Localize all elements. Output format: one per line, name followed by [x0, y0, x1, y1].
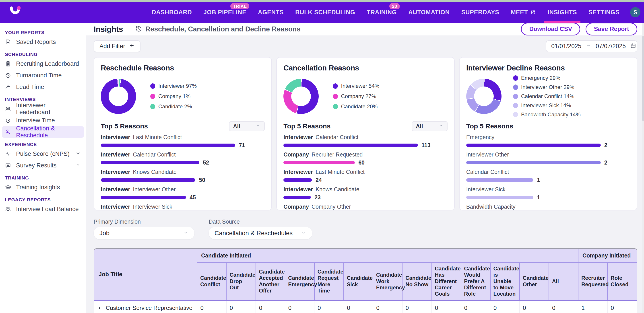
nav-item-superdays[interactable]: SUPERDAYS — [461, 2, 499, 23]
legend-item: Interviewer Other 29% — [513, 84, 581, 90]
nav-item-dashboard[interactable]: DASHBOARD — [152, 2, 192, 23]
chevron-down-icon-slot — [183, 230, 189, 237]
legend-dot-icon — [333, 94, 338, 99]
goodtime-logo[interactable] — [8, 5, 22, 20]
browser-strip — [0, 0, 644, 2]
bar — [466, 196, 534, 199]
top5-bar-row: Bandwidth Capacity1 — [466, 204, 630, 210]
sidebar-item-saved-reports[interactable]: Saved Reports — [2, 36, 84, 48]
primary-dimension-select[interactable]: Job — [94, 227, 194, 240]
bar-value: 23 — [314, 194, 321, 201]
chevron-down-icon — [438, 123, 444, 128]
nav-item-label: INSIGHTS — [548, 9, 577, 16]
value-cell: 0 — [256, 300, 285, 313]
top5-bar-row: Interviewer Sick1 — [466, 186, 630, 201]
pulse-icon — [5, 151, 11, 157]
sidebar-item-interview-load-balance[interactable]: Interview Load Balance — [2, 203, 84, 215]
date-start: 01/01/2025 — [551, 43, 581, 50]
top5-bar-row: CompanyRecruiter Requested60 — [284, 151, 447, 166]
chevron-down-icon — [75, 150, 81, 156]
legend-label: Company 27% — [341, 93, 376, 100]
sidebar-item-interview-time[interactable]: Interview Time — [2, 114, 84, 126]
sidebar-item-label: Training Insights — [16, 184, 60, 191]
bar — [466, 161, 601, 164]
primary-dimension-label: Primary Dimension — [94, 218, 194, 225]
column-header-all: All — [549, 262, 578, 300]
sidebar-item-survey-results[interactable]: Survey Results — [2, 160, 84, 171]
grad-cap-icon — [5, 184, 11, 190]
sidebar-item-training-insights[interactable]: Training Insights — [2, 182, 84, 193]
save-report-button[interactable]: Save Report — [586, 23, 637, 36]
nav-item-training[interactable]: TRAINING20 — [366, 2, 397, 23]
header-divider — [129, 24, 129, 34]
chevron-down-icon — [255, 123, 261, 128]
person-x-icon — [5, 129, 11, 135]
top5-bar-row: InterviewerInterviewer Sick25 — [101, 204, 265, 210]
bar-label: Interviewer Other — [466, 151, 630, 158]
sidebar-item-label: Cancellation & Reschedule — [16, 125, 81, 139]
legend-item: Company 27% — [333, 93, 379, 100]
legend-item: Candidate 2% — [150, 104, 197, 110]
value-cell: 0 — [490, 300, 520, 313]
donut-hole — [291, 86, 311, 106]
report-history-icon — [135, 25, 142, 33]
column-header-candidate-other: Candidate Other — [520, 262, 549, 300]
row-expand-button[interactable] — [97, 306, 102, 310]
top5-bar-row: InterviewerCalendar Conflict52 — [101, 151, 265, 166]
sidebar-item-interviewer-leaderboard[interactable]: Interviewer Leaderboard — [2, 103, 84, 114]
sidebar-item-cancellation-reschedule[interactable]: Cancellation & Reschedule — [2, 126, 84, 138]
top5-filter-select[interactable]: All — [412, 121, 448, 131]
legend-label: Interviewer Sick 14% — [521, 102, 571, 108]
scrollbar-thumb[interactable] — [642, 36, 644, 121]
download-csv-button[interactable]: Download CSV — [521, 23, 580, 36]
top5-filter-select[interactable]: All — [229, 121, 265, 131]
sidebar-section-title: YOUR REPORTS — [5, 30, 81, 35]
report-title: Reschedule, Cancellation and Decline Rea… — [146, 25, 300, 33]
data-source-select[interactable]: Cancellation & Reschedules — [209, 227, 312, 240]
value-cell: 0 — [520, 300, 549, 313]
sidebar-section-title: EXPERIENCE — [5, 142, 81, 147]
nav-item-label: SETTINGS — [588, 9, 620, 16]
calendar-icon — [630, 42, 636, 48]
nav-item-automation[interactable]: AUTOMATION — [408, 2, 450, 23]
sidebar-item-label: Recruiting Leaderboard — [16, 60, 79, 67]
legend-item: Interviewer 97% — [150, 83, 197, 89]
date-range-input[interactable]: 01/01/2025 07/07/2025 — [546, 40, 637, 52]
nav-item-settings[interactable]: SETTINGS — [588, 2, 620, 23]
value-cell: 0 — [373, 300, 402, 313]
add-filter-button[interactable]: Add Filter — [94, 40, 140, 52]
chevron-down-icon-slot[interactable] — [75, 150, 81, 158]
nav-item-agents[interactable]: AGENTS — [258, 2, 284, 23]
chevron-down-icon-slot — [300, 230, 306, 237]
nav-item-insights[interactable]: INSIGHTS — [548, 2, 577, 23]
chevron-down-icon — [75, 162, 81, 168]
sidebar-item-lead-time[interactable]: Lead Time — [2, 81, 84, 93]
legend-dot-icon — [150, 84, 155, 89]
nav-item-meet[interactable]: MEET — [511, 2, 536, 23]
user-avatar[interactable]: S — [630, 7, 640, 18]
column-header-candidate-accepted-another-offer: Candidate Accepted Another Offer — [256, 262, 285, 300]
chevron-down-icon-slot[interactable] — [75, 162, 81, 169]
history-icon — [135, 25, 142, 32]
donut-chart — [284, 79, 319, 114]
legend-label: Company 1% — [158, 93, 190, 100]
dimension-controls: Primary Dimension Job Data Source Cancel… — [94, 218, 637, 240]
nav-item-job-pipeline[interactable]: JOB PIPELINETRIAL — [203, 2, 246, 23]
legend-dot-icon — [333, 104, 338, 109]
sidebar-item-pulse-score-cnps-[interactable]: Pulse Score (cNPS) — [2, 148, 84, 160]
nav-item-bulk-scheduling[interactable]: BULK SCHEDULING — [295, 2, 355, 23]
sidebar-item-turnaround-time[interactable]: Turnaround Time — [2, 70, 84, 81]
report-table: Job TitleCandidate InitiatedCompany Init… — [94, 248, 637, 313]
legend-label: Interviewer Other 29% — [521, 84, 574, 90]
sidebar-section-title: INTERVIEWS — [5, 97, 81, 102]
bar-label: CompanyRecruiter Requested — [284, 151, 447, 158]
stopwatch-icon — [5, 117, 11, 124]
value-cell: 0 — [549, 300, 578, 313]
bar — [466, 144, 601, 147]
sidebar-section-title: TRAINING — [5, 175, 81, 180]
top5-filter-value: All — [416, 123, 423, 130]
page-scrollbar[interactable] — [642, 23, 644, 313]
sidebar-item-recruiting-leaderboard[interactable]: Recruiting Leaderboard — [2, 58, 84, 70]
bar-value: 45 — [190, 194, 196, 201]
page-title: Insights — [94, 25, 123, 34]
